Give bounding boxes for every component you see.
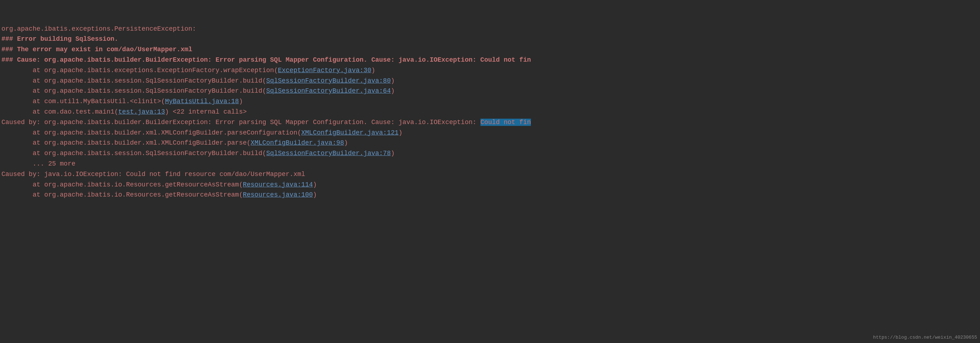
line-after: ) bbox=[371, 67, 375, 74]
line-after: ) bbox=[313, 191, 317, 198]
line-text: at com.util1.MyBatisUtil.<clinit>( bbox=[2, 98, 165, 105]
line-after: ) bbox=[313, 181, 317, 188]
line-after: ) bbox=[391, 77, 395, 85]
line-after: ) bbox=[239, 98, 243, 105]
console-line: at org.apache.ibatis.io.Resources.getRes… bbox=[0, 180, 980, 190]
console-line: ### Cause: org.apache.ibatis.builder.Bui… bbox=[0, 55, 980, 65]
stack-link[interactable]: XMLConfigBuilder.java:98 bbox=[250, 139, 344, 147]
console-line: at org.apache.ibatis.exceptions.Exceptio… bbox=[0, 65, 980, 76]
console-line: at com.dao.test.main1(test.java:13) <22 … bbox=[0, 107, 980, 117]
line-after: ) bbox=[391, 150, 395, 157]
console-line: Caused by: java.io.IOException: Could no… bbox=[0, 169, 980, 180]
console-line: at org.apache.ibatis.session.SqlSessionF… bbox=[0, 148, 980, 159]
console-line: Caused by: org.apache.ibatis.builder.Bui… bbox=[0, 117, 980, 128]
highlighted-text: Could not fin bbox=[480, 119, 531, 126]
line-text: at org.apache.ibatis.io.Resources.getRes… bbox=[2, 191, 243, 198]
line-text: at org.apache.ibatis.builder.xml.XMLConf… bbox=[2, 139, 250, 147]
console-line: at com.util1.MyBatisUtil.<clinit>(MyBati… bbox=[0, 96, 980, 107]
console-line: at org.apache.ibatis.builder.xml.XMLConf… bbox=[0, 138, 980, 148]
line-text: at org.apache.ibatis.builder.xml.XMLConf… bbox=[2, 129, 301, 136]
stack-link[interactable]: Resources.java:114 bbox=[243, 181, 313, 188]
console-line: at org.apache.ibatis.io.Resources.getRes… bbox=[0, 190, 980, 200]
stack-link[interactable]: test.java:13 bbox=[118, 108, 165, 115]
stack-link[interactable]: SqlSessionFactoryBuilder.java:78 bbox=[266, 150, 391, 157]
console-line: ### Error building SqlSession. bbox=[0, 34, 980, 45]
console-line: at org.apache.ibatis.session.SqlSessionF… bbox=[0, 86, 980, 96]
line-after: ) bbox=[344, 139, 348, 147]
watermark: https://blog.csdn.net/weixin_40230655 bbox=[873, 334, 977, 341]
line-text: at org.apache.ibatis.io.Resources.getRes… bbox=[2, 181, 243, 188]
stack-link[interactable]: Resources.java:100 bbox=[243, 191, 313, 198]
line-text: at org.apache.ibatis.session.SqlSessionF… bbox=[2, 87, 266, 94]
stack-link[interactable]: MyBatisUtil.java:18 bbox=[165, 98, 239, 105]
line-after: ) <22 internal calls> bbox=[165, 108, 247, 115]
stack-link[interactable]: SqlSessionFactoryBuilder.java:64 bbox=[266, 87, 391, 94]
stack-link[interactable]: ExceptionFactory.java:30 bbox=[278, 67, 371, 74]
console-line: ... 25 more bbox=[0, 159, 980, 169]
line-text: at com.dao.test.main1( bbox=[2, 108, 118, 115]
console-line: org.apache.ibatis.exceptions.Persistence… bbox=[0, 24, 980, 34]
line-text: at org.apache.ibatis.session.SqlSessionF… bbox=[2, 77, 266, 85]
line-text: at org.apache.ibatis.exceptions.Exceptio… bbox=[2, 67, 278, 74]
line-text: Caused by: org.apache.ibatis.builder.Bui… bbox=[2, 119, 480, 126]
line-after: ) bbox=[399, 129, 402, 136]
console-output: org.apache.ibatis.exceptions.Persistence… bbox=[0, 0, 980, 203]
stack-link[interactable]: XMLConfigBuilder.java:121 bbox=[301, 129, 399, 136]
line-after: ) bbox=[391, 87, 395, 94]
console-line: at org.apache.ibatis.builder.xml.XMLConf… bbox=[0, 128, 980, 138]
stack-link[interactable]: SqlSessionFactoryBuilder.java:80 bbox=[266, 77, 391, 85]
console-line: at org.apache.ibatis.session.SqlSessionF… bbox=[0, 76, 980, 86]
console-line: ### The error may exist in com/dao/UserM… bbox=[0, 45, 980, 55]
line-text: at org.apache.ibatis.session.SqlSessionF… bbox=[2, 150, 266, 157]
